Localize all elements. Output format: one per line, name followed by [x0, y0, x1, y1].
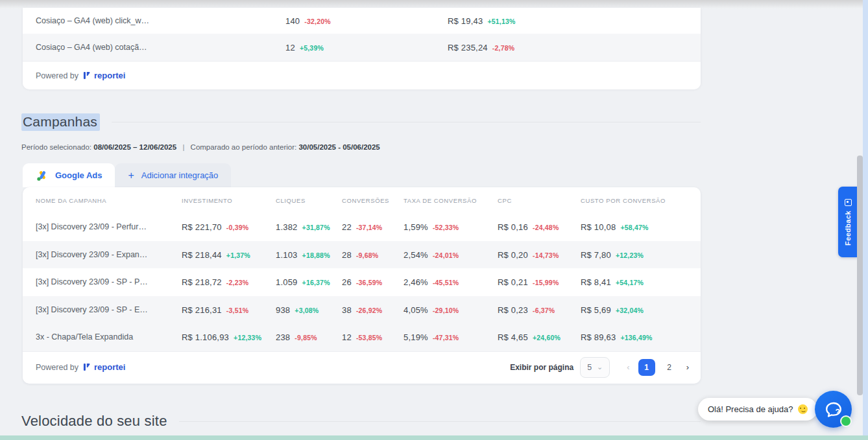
reportei-link[interactable]: reportei	[83, 71, 125, 80]
period-range: 08/06/2025 – 12/06/2025	[93, 143, 176, 151]
previous-page-button[interactable]: ‹	[624, 361, 632, 373]
metric-cell: R$ 235,24-2,78%	[448, 41, 688, 53]
event-name: Cosiaço – GA4 (web) cotaçã…	[36, 43, 285, 52]
page-button-2[interactable]: 2	[661, 359, 678, 376]
events-table-card: Cosiaço – GA4 (web) click_w… 140-32,20% …	[23, 8, 701, 89]
metric-cell: R$ 216,31-3,51%	[182, 304, 276, 316]
metric-value: R$ 1.106,93	[182, 332, 229, 342]
metric-value: 12	[285, 43, 295, 52]
chat-greeting-bubble[interactable]: Olá! Precisa de ajuda?	[698, 398, 817, 421]
feedback-label: Feedback	[844, 211, 852, 246]
metric-cell: 2,54%-24,01%	[404, 249, 498, 261]
metric-delta: +54,17%	[616, 279, 644, 286]
metric-cell: R$ 7,80+12,23%	[581, 249, 688, 261]
metric-cell: R$ 8,41+54,17%	[581, 276, 688, 288]
column-header: CONVERSÕES	[342, 197, 404, 204]
table-row: 3x - Chapa/Tela Expandida R$ 1.106,93+12…	[23, 323, 701, 351]
metric-cell: R$ 0,21-15,99%	[498, 276, 581, 288]
metric-value: 5,19%	[404, 332, 428, 342]
period-separator: |	[182, 143, 184, 151]
table-footer: Powered by reportei Exibir por página 5 …	[23, 351, 701, 383]
metric-cell: 4,05%-29,10%	[404, 304, 498, 316]
metric-value: 26	[342, 277, 352, 287]
metric-delta: -9,68%	[356, 251, 378, 259]
chevron-down-icon: ⌄	[597, 363, 603, 371]
metric-delta: -24,01%	[433, 251, 459, 259]
metric-cell: 238-9,85%	[276, 331, 342, 343]
metric-delta: -9,85%	[295, 334, 317, 342]
pagination-controls: Exibir por página 5 ⌄ ‹ 1 2 ›	[510, 357, 692, 378]
metric-value: R$ 0,23	[498, 305, 528, 315]
metric-delta: +16,37%	[302, 279, 330, 286]
compare-range: 30/05/2025 - 05/06/2025	[298, 143, 380, 151]
powered-by: Powered by reportei	[36, 362, 125, 372]
metric-value: 4,05%	[404, 305, 428, 315]
metric-delta: +18,88%	[302, 251, 330, 259]
period-label: Período selecionado:	[21, 143, 91, 151]
metric-delta: -53,85%	[356, 334, 383, 342]
campaign-name: [3x] Discovery 23/09 - SP - E…	[36, 305, 182, 314]
metric-delta: -29,10%	[433, 307, 459, 314]
metric-value: R$ 7,80	[581, 250, 611, 260]
metric-cell: 1.059+16,37%	[276, 276, 342, 288]
metric-delta: -14,73%	[533, 251, 559, 259]
next-page-button[interactable]: ›	[684, 361, 692, 373]
metric-cell: 1.382+31,87%	[276, 221, 342, 233]
metric-cell: R$ 5,69+32,04%	[581, 304, 688, 316]
reportei-link[interactable]: reportei	[83, 362, 125, 372]
metric-delta: +1,37%	[226, 251, 250, 259]
smiley-emoji-icon	[798, 404, 808, 414]
google-ads-icon	[36, 169, 49, 182]
metric-cell: 12+5,39%	[285, 41, 448, 53]
reportei-logo-icon	[83, 71, 91, 80]
feedback-icon	[845, 199, 852, 206]
pager: ‹ 1 2 ›	[624, 359, 692, 376]
chat-icon: ?	[823, 399, 844, 420]
metric-value: 12	[342, 332, 352, 342]
page-size-select[interactable]: 5 ⌄	[580, 357, 610, 378]
metric-delta: -3,51%	[226, 307, 248, 314]
metric-value: R$ 4,65	[498, 332, 528, 342]
chat-message: Olá! Precisa de ajuda?	[708, 404, 793, 414]
reportei-wordmark: reportei	[94, 362, 125, 372]
event-name: Cosiaço – GA4 (web) click_w…	[36, 16, 285, 25]
metric-cell: R$ 1.106,93+12,33%	[182, 331, 276, 343]
powered-by: Powered by reportei	[23, 61, 701, 89]
tab-add-integration[interactable]: + Adicionar integração	[115, 163, 231, 187]
powered-by-label: Powered by	[36, 71, 78, 80]
metric-value: 140	[285, 16, 300, 26]
scrollbar-track[interactable]	[863, 0, 868, 440]
metric-delta: -6,37%	[533, 307, 555, 314]
period-line: Período selecionado: 08/06/2025 – 12/06/…	[21, 143, 380, 151]
feedback-button[interactable]: Feedback	[838, 187, 858, 257]
metric-value: 2,46%	[404, 277, 428, 287]
metric-cell: 22-37,14%	[342, 221, 404, 233]
metric-value: R$ 218,44	[182, 250, 222, 260]
metric-value: R$ 89,63	[581, 332, 616, 342]
chat-launcher-button[interactable]: ?	[815, 391, 852, 428]
page-size-value: 5	[587, 363, 592, 372]
metric-value: R$ 0,16	[498, 222, 528, 232]
metric-cell: 1,59%-52,33%	[404, 221, 498, 233]
metric-delta: +32,04%	[616, 307, 644, 314]
online-status-dot	[840, 415, 852, 427]
metric-value: 938	[276, 305, 290, 315]
metric-delta: +31,87%	[302, 224, 330, 231]
metric-value: R$ 218,72	[182, 277, 222, 287]
metric-cell: R$ 0,23-6,37%	[498, 304, 581, 316]
metric-value: R$ 0,21	[498, 277, 528, 287]
metric-value: 1.103	[276, 250, 298, 260]
metric-delta: +51,13%	[487, 17, 515, 25]
metric-delta: +5,39%	[300, 44, 324, 52]
metric-cell: 38-26,92%	[342, 304, 404, 316]
page-button-1[interactable]: 1	[638, 359, 655, 376]
metric-value: 1,59%	[404, 222, 428, 232]
metric-delta: -37,14%	[356, 224, 383, 231]
column-header: INVESTIMENTO	[182, 197, 276, 204]
speed-section-header: Velocidade do seu site	[21, 413, 701, 430]
metric-delta: +12,23%	[616, 251, 644, 259]
tab-google-ads[interactable]: Google Ads	[23, 163, 115, 187]
campaigns-section-header: Campanhas	[21, 113, 701, 131]
scrollbar-thumb[interactable]	[857, 156, 863, 395]
column-header: CLIQUES	[276, 197, 342, 204]
